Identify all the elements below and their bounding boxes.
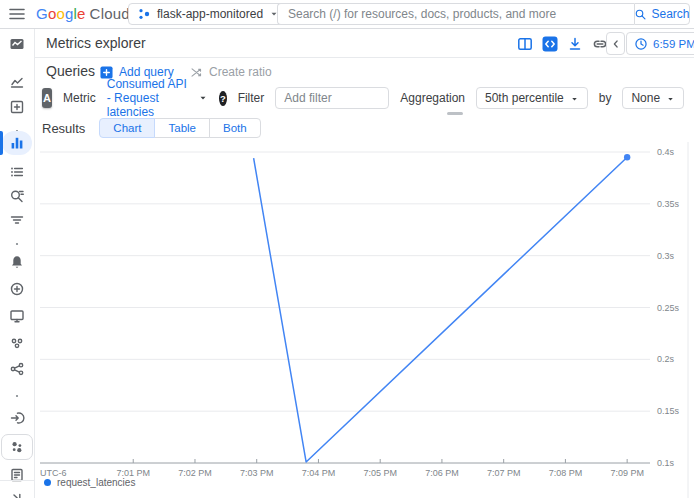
sidebar-item-reports[interactable]	[2, 463, 32, 487]
sidebar-alerting-glyph	[9, 164, 25, 180]
search-button[interactable]: Search	[634, 3, 690, 25]
sidebar-item-services[interactable]	[2, 435, 32, 459]
top-app-bar: GoogleCloud flask-app-monitored Search	[0, 0, 694, 29]
sidebar-item-overview[interactable]	[2, 70, 32, 94]
y-tick-label: 0.4s	[657, 147, 675, 157]
sidebar-divider	[0, 480, 34, 481]
results-title: Results	[42, 121, 85, 136]
sidebar-item-uptime-checks[interactable]	[2, 304, 32, 328]
aggregation-selector[interactable]: 50th percentile	[476, 87, 588, 109]
results-row: Results ChartTableBoth	[42, 118, 261, 138]
project-selector[interactable]: flask-app-monitored	[128, 3, 288, 25]
help-icon[interactable]: ?	[219, 91, 227, 106]
sidebar-item-integrations[interactable]	[2, 357, 32, 381]
legend-label: request_latencies	[57, 477, 135, 488]
code-editor-icon[interactable]	[542, 36, 558, 52]
search-input[interactable]	[277, 3, 634, 25]
side-by-side-icon[interactable]	[517, 36, 533, 52]
sidebar-item-metrics-explorer[interactable]	[2, 131, 32, 155]
project-name: flask-app-monitored	[157, 7, 263, 21]
sidebar-item-dashboards[interactable]	[2, 95, 32, 119]
filter-label: Filter	[238, 91, 265, 105]
group-by-value: None	[631, 91, 660, 105]
aggregation-label: Aggregation	[400, 91, 465, 105]
series-line-request_latencies[interactable]	[254, 157, 628, 462]
x-tick-label: 7:03 PM	[240, 468, 274, 478]
filter-input[interactable]	[275, 87, 389, 109]
y-tick-label: 0.2s	[657, 354, 675, 364]
tab-table[interactable]: Table	[154, 118, 210, 138]
tab-both[interactable]: Both	[209, 118, 261, 138]
time-range-picker[interactable]: 6:59 PM – 7:09	[626, 32, 694, 55]
horizontal-scrollbar-thumb[interactable]	[447, 112, 463, 115]
tab-chart[interactable]: Chart	[99, 118, 155, 138]
x-tick-label: 7:07 PM	[487, 468, 521, 478]
aggregation-value: 50th percentile	[485, 91, 564, 105]
left-nav-sidebar	[0, 28, 35, 498]
x-tick-label: 7:08 PM	[549, 468, 583, 478]
series-end-point[interactable]	[624, 154, 630, 160]
chevron-down-icon	[198, 93, 208, 103]
clock-icon	[634, 37, 648, 51]
by-label: by	[599, 91, 612, 105]
y-tick-label: 0.15s	[657, 406, 680, 416]
chevron-down-icon	[570, 94, 579, 103]
selected-indicator	[0, 131, 3, 155]
y-tick-label: 0.3s	[657, 251, 675, 261]
sidebar-item-notifications[interactable]	[2, 250, 32, 274]
sidebar-integrations-glyph	[9, 361, 25, 377]
sidebar-item-groups[interactable]	[2, 331, 32, 355]
cloud-wordmark: Cloud	[90, 5, 130, 22]
sidebar-uptime-checks-glyph	[9, 308, 25, 324]
sidebar-trace-glyph	[9, 212, 25, 228]
query-builder-row: A Metric Consumed API - Request latencie…	[42, 86, 694, 110]
sidebar-separator-dot-glyph	[9, 388, 25, 404]
collapse-time-range-button[interactable]	[606, 32, 625, 55]
metric-value: Consumed API - Request latencies	[107, 77, 193, 119]
page-title: Metrics explorer	[46, 35, 146, 51]
sidebar-item-trace[interactable]	[2, 208, 32, 232]
global-search: Search	[277, 3, 690, 25]
create-ratio-label: Create ratio	[209, 65, 272, 79]
header-divider	[0, 57, 694, 58]
x-tick-label: 7:02 PM	[178, 468, 212, 478]
legend-dot	[44, 479, 51, 486]
sidebar-notifications-glyph	[9, 254, 25, 270]
monitoring-logo-icon-glyph	[9, 36, 25, 52]
sidebar-item-migrate[interactable]	[2, 406, 32, 430]
sidebar-health-checks-glyph	[9, 281, 25, 297]
sidebar-migrate-glyph	[9, 410, 25, 426]
group-by-selector[interactable]: None	[622, 87, 684, 109]
queries-section-title: Queries	[46, 63, 95, 79]
query-letter-badge: A	[42, 88, 52, 108]
y-tick-label: 0.1s	[657, 458, 675, 468]
y-tick-label: 0.25s	[657, 303, 680, 313]
chevron-left-icon	[610, 38, 622, 50]
x-tick-label: 7:09 PM	[610, 468, 644, 478]
menu-icon[interactable]	[8, 6, 26, 22]
x-tick-label: 7:04 PM	[302, 468, 336, 478]
sidebar-groups-glyph	[9, 335, 25, 351]
time-range-label: 6:59 PM – 7:09	[653, 38, 694, 50]
sidebar-item-logs[interactable]	[2, 184, 32, 208]
sidebar-collapse-button[interactable]	[2, 486, 32, 498]
y-tick-label: 0.35s	[657, 199, 680, 209]
sidebar-separator-dot	[2, 384, 32, 408]
latency-line-chart[interactable]: 0.4s0.35s0.3s0.25s0.2s0.15s0.1s7:01 PM7:…	[34, 142, 694, 498]
google-wordmark: Google	[36, 5, 86, 22]
project-icon	[137, 6, 151, 22]
x-tick-label: 7:05 PM	[363, 468, 397, 478]
sidebar-collapse-glyph	[9, 490, 25, 498]
sidebar-metrics-explorer-glyph	[9, 135, 25, 151]
google-cloud-logo: GoogleCloud	[36, 5, 130, 22]
monitoring-logo-icon[interactable]	[2, 32, 32, 56]
search-button-label: Search	[651, 7, 689, 21]
download-icon[interactable]	[567, 36, 583, 52]
metrics-explorer-page: GoogleCloud flask-app-monitored Search M…	[0, 0, 694, 498]
results-view-tabs: ChartTableBoth	[99, 118, 260, 138]
sidebar-item-health-checks[interactable]	[2, 277, 32, 301]
metric-selector[interactable]: Consumed API - Request latencies	[107, 77, 208, 119]
sidebar-logs-glyph	[9, 188, 25, 204]
sidebar-item-alerting[interactable]	[2, 160, 32, 184]
metric-label: Metric	[63, 91, 96, 105]
